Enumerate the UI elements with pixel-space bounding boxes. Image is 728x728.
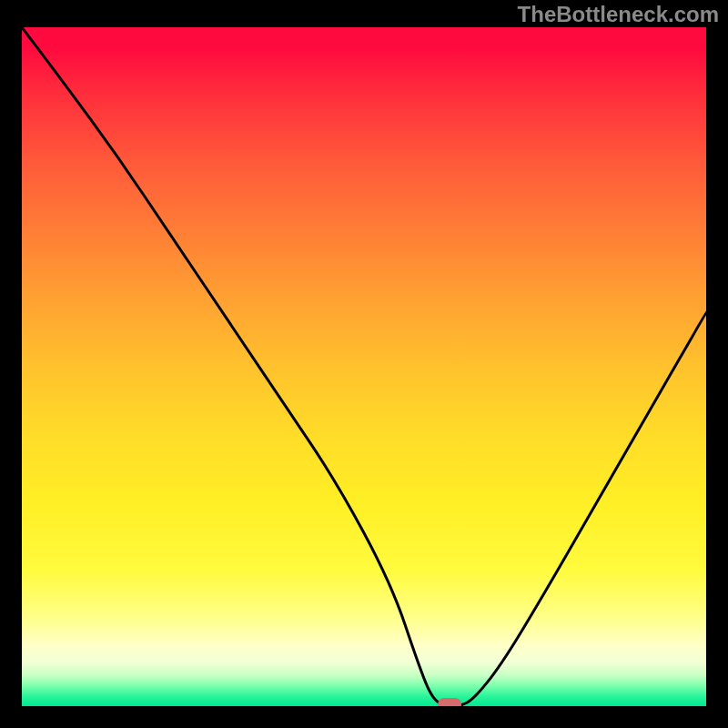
bottleneck-curve bbox=[22, 27, 706, 706]
optimal-marker bbox=[438, 698, 461, 706]
watermark-text: TheBottleneck.com bbox=[518, 2, 719, 27]
plot-area bbox=[22, 27, 706, 706]
chart-frame: TheBottleneck.com bbox=[0, 0, 728, 728]
